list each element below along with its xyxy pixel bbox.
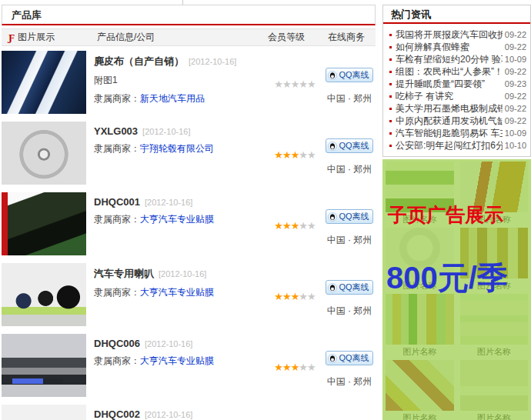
merchant-link[interactable]: 大亨汽车专业贴膜 [140,355,214,366]
product-location: 中国 · 郑州 [325,92,374,105]
product-location: 中国 · 郑州 [325,375,374,388]
news-item-date: 09-23 [505,79,526,88]
merchant-link[interactable]: 新天地汽车用品 [140,93,205,104]
product-image[interactable] [2,122,86,185]
news-item[interactable]: 美大学用石墨烯电极制成锂电09-22 [389,102,526,115]
bullet-icon [389,46,392,48]
member-level-stars: ★★★★★ [265,405,325,420]
image-display-icon: Ƒ [8,32,15,44]
member-level-stars: ★★★★★ [265,122,325,188]
qq-button-label: QQ离线 [339,140,369,152]
product-image[interactable] [2,405,86,420]
merchant-label: 隶属商家： [94,93,140,104]
news-item-date: 10-10 [505,141,526,150]
product-row: 汽车专用喇叭[2012-10-16] 隶属商家：大亨汽车专业贴膜 ★★★★★ Q… [2,263,376,329]
product-date: [2012-10-16] [145,339,192,348]
merchant-label: 隶属商家： [94,214,140,225]
online-cell: QQ离线 中国 · 郑州 [325,192,374,258]
bullet-icon [389,34,392,36]
member-level-stars: ★★★★★ [265,334,325,400]
merchant-link[interactable]: 大亨汽车专业贴膜 [140,214,214,225]
qq-button-label: QQ离线 [339,69,369,81]
merchant-link[interactable]: 宇翔轮毂有限公司 [140,143,214,154]
news-item[interactable]: 中原内配获通用发动机气缸套09-22 [389,115,526,127]
product-image[interactable] [2,192,86,255]
member-level-stars: ★★★★★ [265,51,325,117]
stars-filled: ★★★ [274,220,299,232]
product-row: 麂皮布（自产自销）[2012-10-16] 附图1 隶属商家：新天地汽车用品 ★… [2,51,376,117]
product-date: [2012-10-16] [159,269,206,278]
news-item-text: 组图：农民种出“人参果”！ [396,65,503,78]
panel-title: 产品库 [2,5,376,25]
news-item[interactable]: 提升睡眠质量“四要领”09-23 [389,78,526,90]
product-location: 中国 · 郑州 [325,163,374,176]
news-item[interactable]: 组图：农民种出“人参果”！09-22 [389,65,526,78]
news-item-text: 公安部:明年起闯红灯扣6分 挡 [396,139,503,152]
qq-offline-button[interactable]: QQ离线 [326,68,372,82]
product-image[interactable] [2,263,86,326]
bullet-icon [389,58,392,61]
stars-empty: ★★★★★ [274,78,315,90]
qq-offline-button[interactable]: QQ离线 [326,351,372,365]
ad-placeholder-zone[interactable]: 图片名称 图片名称 图片名称 图片名称 图片名称 图片名称 图片名称 图片名称 … [382,159,531,420]
qq-penguin-icon [328,142,337,151]
news-item[interactable]: 我国将开展报废汽车回收拆解09-22 [389,28,526,41]
column-header-info: 产品信息/公司 [97,31,268,44]
bullet-icon [389,132,392,135]
product-date: [2012-10-16] [189,57,236,66]
news-item[interactable]: 车检有望缩短约20分钟 验车将10-09 [389,53,526,65]
stars-empty: ★★ [299,291,315,302]
qq-penguin-icon [328,71,337,80]
news-item[interactable]: 如何辨解真假蜂蜜09-22 [389,41,526,53]
product-name: DHQC001 [94,196,140,208]
column-header-image: Ƒ 图片展示 [2,31,97,44]
qq-penguin-icon [328,354,337,363]
bullet-icon [389,83,392,85]
page: 产品库 Ƒ 图片展示 产品信息/公司 会员等级 在线商务 麂皮布（自产自销）[2… [0,0,531,420]
product-date: [2012-10-16] [145,410,192,419]
news-item-text: 提升睡眠质量“四要领” [396,78,503,90]
product-attachment[interactable]: 附图1 [94,74,265,87]
member-level-stars: ★★★★★ [265,263,325,329]
news-item-text: 车检有望缩短约20分钟 验车将 [396,53,503,65]
news-item-date: 09-22 [505,30,526,39]
stars-filled: ★★★ [274,362,299,373]
right-sidebar: 热门资讯 我国将开展报废汽车回收拆解09-22 如何辨解真假蜂蜜09-22 车检… [382,5,531,420]
merchant-label: 隶属商家： [94,287,140,298]
member-level-stars: ★★★★★ [265,192,325,258]
product-name: DHQC002 [94,408,140,420]
stars-empty: ★★ [299,149,315,161]
news-item-text: 汽车智能钥匙脆弱易坏 车主需 [396,127,503,139]
product-name: YXLG003 [94,125,138,137]
news-item-text: 吃柿子 有讲究 [396,90,503,102]
product-row: DHQC001[2012-10-16] 隶属商家：大亨汽车专业贴膜 ★★★★★ … [2,192,376,258]
online-cell: QQ离线 中国 · 郑州 [325,51,374,117]
news-item-date: 10-09 [505,128,526,138]
ad-red-label: 子页广告展示 [388,202,503,228]
qq-penguin-icon [328,212,337,222]
stars-empty: ★★ [299,220,315,232]
column-header-image-label: 图片展示 [18,31,55,44]
ad-price-label: 800元/季 [386,257,508,299]
product-info: DHQC006[2012-10-16] 隶属商家：大亨汽车专业贴膜 [86,334,265,400]
product-name: 汽车专用喇叭 [94,268,154,279]
product-image[interactable] [2,51,86,114]
qq-offline-button[interactable]: QQ离线 [326,138,372,153]
news-item[interactable]: 公安部:明年起闯红灯扣6分 挡10-10 [389,139,526,152]
merchant-label: 隶属商家： [94,355,140,366]
qq-offline-button[interactable]: QQ离线 [326,280,372,295]
product-row: DHQC006[2012-10-16] 隶属商家：大亨汽车专业贴膜 ★★★★★ … [2,334,376,400]
news-item[interactable]: 汽车智能钥匙脆弱易坏 车主需10-09 [389,127,526,139]
bullet-icon [389,108,392,110]
news-item-date: 10-09 [505,55,526,64]
qq-offline-button[interactable]: QQ离线 [326,209,372,224]
product-date: [2012-10-16] [145,198,192,207]
product-info: 汽车专用喇叭[2012-10-16] 隶属商家：大亨汽车专业贴膜 [86,263,265,329]
bullet-icon [389,71,392,73]
product-image[interactable] [2,334,86,397]
product-name: 麂皮布（自产自销） [94,55,184,67]
product-info: DHQC001[2012-10-16] 隶属商家：大亨汽车专业贴膜 [86,192,265,258]
news-item[interactable]: 吃柿子 有讲究09-22 [389,90,526,102]
online-cell: QQ离线 中国 · 郑州 [325,334,374,400]
merchant-link[interactable]: 大亨汽车专业贴膜 [140,287,214,298]
